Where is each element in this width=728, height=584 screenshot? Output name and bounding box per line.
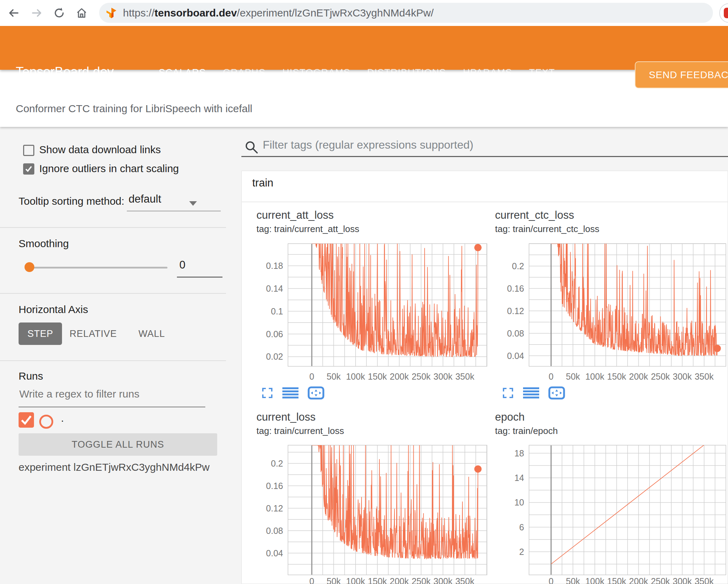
fullscreen-icon[interactable] xyxy=(261,387,273,399)
experiment-subtitle: Conformer CTC training for LibriSpeech w… xyxy=(16,103,252,115)
svg-text:6: 6 xyxy=(519,522,524,532)
runs-label: Runs xyxy=(19,370,43,382)
extension-icon[interactable] xyxy=(719,3,728,23)
svg-text:10: 10 xyxy=(514,497,524,507)
log-scale-icon[interactable] xyxy=(523,387,539,399)
svg-text:0.2: 0.2 xyxy=(512,261,524,271)
svg-text:250k: 250k xyxy=(651,372,670,381)
svg-text:150k: 150k xyxy=(607,576,626,584)
chart-current-loss[interactable]: 0.040.080.120.160.2050k100k150k200k250k3… xyxy=(245,443,490,584)
check-icon xyxy=(24,164,33,174)
svg-text:350k: 350k xyxy=(455,576,475,584)
axis-step-button[interactable]: STEP xyxy=(19,322,62,345)
filter-tags-input[interactable] xyxy=(262,138,649,152)
smoothing-value-underline xyxy=(177,277,222,278)
svg-text:50k: 50k xyxy=(327,576,341,584)
horizontal-axis-label: Horizontal Axis xyxy=(19,304,88,315)
active-tab-underline xyxy=(150,94,209,96)
svg-text:200k: 200k xyxy=(629,372,648,381)
smoothing-slider-thumb[interactable] xyxy=(25,262,34,272)
divider xyxy=(0,360,226,361)
tensorboard-favicon xyxy=(105,7,117,19)
chart-current-att-loss[interactable]: 0.020.060.10.140.18050k100k150k200k250k3… xyxy=(245,242,490,386)
svg-text:0.04: 0.04 xyxy=(266,548,283,558)
log-scale-icon[interactable] xyxy=(282,387,298,399)
chart-title: epoch xyxy=(495,411,524,423)
chart-tag: tag: train/current_ctc_loss xyxy=(495,224,599,235)
fit-domain-icon[interactable] xyxy=(308,386,324,400)
svg-text:0.12: 0.12 xyxy=(507,306,524,316)
run-checkbox[interactable] xyxy=(19,412,34,428)
chart-tag: tag: train/current_loss xyxy=(256,426,344,436)
check-icon xyxy=(19,412,34,428)
fit-domain-icon[interactable] xyxy=(548,386,565,400)
url-text: https://tensorboard.dev/experiment/lzGnE… xyxy=(123,7,434,19)
tab-graphs[interactable]: GRAPHS xyxy=(223,67,266,78)
send-feedback-button[interactable]: SEND FEEDBACK xyxy=(635,61,728,88)
svg-text:150k: 150k xyxy=(368,576,387,584)
smoothing-slider-track[interactable] xyxy=(30,267,167,269)
show-download-label: Show data download links xyxy=(39,144,161,156)
chart-toolbar xyxy=(261,386,324,400)
smoothing-label: Smoothing xyxy=(19,238,69,250)
tab-scalars[interactable]: SCALARS xyxy=(159,67,206,78)
svg-text:0.1: 0.1 xyxy=(271,306,283,316)
svg-text:50k: 50k xyxy=(566,576,580,584)
svg-text:0.18: 0.18 xyxy=(266,261,283,271)
nav-tabs: SCALARS GRAPHS HISTOGRAMS DISTRIBUTIONS … xyxy=(159,67,555,78)
app-header: TensorBoard.dev SCALARS GRAPHS HISTOGRAM… xyxy=(0,26,728,70)
browser-toolbar: https://tensorboard.dev/experiment/lzGnE… xyxy=(0,0,728,26)
svg-text:200k: 200k xyxy=(390,576,409,584)
ignore-outliers-checkbox[interactable] xyxy=(23,163,34,175)
svg-text:150k: 150k xyxy=(607,372,626,381)
svg-text:0.08: 0.08 xyxy=(507,328,524,338)
axis-wall-button[interactable]: WALL xyxy=(134,322,169,345)
svg-text:350k: 350k xyxy=(695,372,714,381)
divider xyxy=(0,227,226,228)
back-icon[interactable] xyxy=(8,7,20,19)
forward-icon[interactable] xyxy=(31,7,43,19)
tab-text[interactable]: TEXT xyxy=(529,67,555,78)
card-divider xyxy=(241,202,728,202)
axis-relative-button[interactable]: RELATIVE xyxy=(69,322,118,345)
tab-histograms[interactable]: HISTOGRAMS xyxy=(282,67,350,78)
svg-text:100k: 100k xyxy=(346,576,365,584)
address-bar[interactable]: https://tensorboard.dev/experiment/lzGnE… xyxy=(99,3,713,23)
svg-text:18: 18 xyxy=(514,448,524,458)
experiment-id-label: experiment lzGnETjwRxC3yghNMd4kPw xyxy=(19,461,210,473)
fullscreen-icon[interactable] xyxy=(502,387,514,399)
svg-text:0.16: 0.16 xyxy=(266,481,283,491)
tab-hparams[interactable]: HPARAMS xyxy=(463,67,512,78)
chart-tag: tag: train/epoch xyxy=(495,426,558,436)
svg-text:200k: 200k xyxy=(390,372,409,381)
filter-tags-underline xyxy=(241,156,728,157)
runs-filter-underline xyxy=(19,407,205,407)
svg-text:0.14: 0.14 xyxy=(266,284,283,293)
chevron-down-icon[interactable] xyxy=(189,201,197,206)
home-icon[interactable] xyxy=(76,7,88,19)
show-download-checkbox[interactable] xyxy=(23,145,34,156)
svg-text:300k: 300k xyxy=(673,576,692,584)
svg-text:0.2: 0.2 xyxy=(271,459,283,468)
chart-current-ctc-loss[interactable]: 0.040.080.120.160.2050k100k150k200k250k3… xyxy=(489,242,728,386)
chart-epoch[interactable]: 26101418050k100k150k200k250k300k350k xyxy=(489,443,728,584)
svg-text:0: 0 xyxy=(309,372,314,381)
svg-text:300k: 300k xyxy=(673,372,692,381)
divider xyxy=(0,293,226,294)
tooltip-sorting-select[interactable]: default xyxy=(129,193,161,205)
svg-text:0.06: 0.06 xyxy=(266,329,283,339)
tab-distributions[interactable]: DISTRIBUTIONS xyxy=(367,67,446,78)
run-name: . xyxy=(61,412,64,424)
tag-group-title[interactable]: train xyxy=(252,177,273,189)
runs-filter-input[interactable] xyxy=(19,388,209,400)
svg-text:300k: 300k xyxy=(433,372,453,381)
svg-text:300k: 300k xyxy=(433,576,453,584)
toggle-all-runs-button[interactable]: TOGGLE ALL RUNS xyxy=(19,433,217,456)
run-color-swatch xyxy=(39,415,53,429)
reload-icon[interactable] xyxy=(53,7,65,19)
svg-text:350k: 350k xyxy=(455,372,475,381)
ignore-outliers-label: Ignore outliers in chart scaling xyxy=(39,163,179,175)
chart-title: current_att_loss xyxy=(256,209,334,222)
svg-text:250k: 250k xyxy=(651,576,670,584)
smoothing-value[interactable]: 0 xyxy=(179,259,185,271)
